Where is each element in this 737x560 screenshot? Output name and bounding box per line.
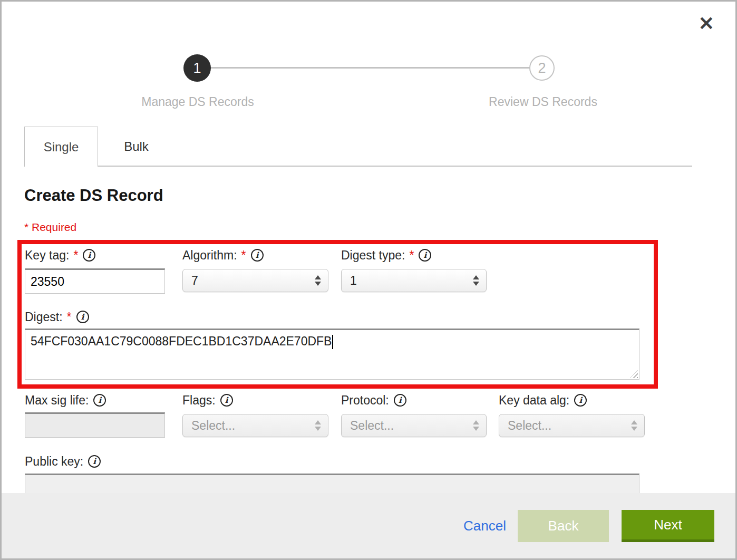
protocol-selected-value: Select... [350, 419, 394, 433]
key-data-alg-label-text: Key data alg: [499, 393, 569, 408]
max-sig-life-label: Max sig life: i [25, 393, 106, 408]
digest-value: 54FCF030AA1C79C0088FDEC1BD1C37DAA2E70DFB [31, 334, 332, 348]
info-icon[interactable]: i [220, 394, 233, 407]
key-data-alg-select[interactable]: Select... [499, 414, 645, 437]
max-sig-life-label-text: Max sig life: [25, 393, 89, 408]
algorithm-label-text: Algorithm: [182, 248, 237, 263]
step-2-circle: 2 [529, 55, 555, 81]
public-key-label-text: Public key: [25, 455, 83, 469]
modal-footer: Cancel Back Next [2, 493, 735, 558]
tab-single[interactable]: Single [24, 127, 98, 167]
flags-select[interactable]: Select... [182, 414, 328, 437]
required-asterisk: * [67, 310, 72, 324]
back-button[interactable]: Back [518, 510, 609, 542]
digest-type-select[interactable]: 1 [341, 269, 487, 292]
info-icon[interactable]: i [574, 394, 587, 407]
info-icon[interactable]: i [394, 394, 406, 407]
algorithm-selected-value: 7 [191, 274, 198, 288]
step-1-circle: 1 [183, 54, 211, 82]
flags-label-text: Flags: [182, 393, 216, 408]
protocol-label-text: Protocol: [341, 393, 389, 408]
digest-textarea[interactable]: 54FCF030AA1C79C0088FDEC1BD1C37DAA2E70DFB [25, 329, 639, 380]
key-data-alg-label: Key data alg: i [499, 393, 587, 408]
close-icon[interactable]: ✕ [699, 14, 714, 33]
digest-label-text: Digest: [25, 310, 63, 324]
select-arrows-icon [473, 275, 479, 286]
page-title: Create DS Record [24, 186, 163, 205]
digest-type-label-text: Digest type: [341, 248, 405, 263]
stepper-connector-line [210, 67, 531, 69]
required-note: * Required [24, 221, 76, 234]
key-tag-label: Key tag: * i [25, 248, 95, 263]
select-arrows-icon [473, 420, 479, 431]
next-button[interactable]: Next [622, 510, 714, 542]
tab-bulk[interactable]: Bulk [98, 127, 174, 167]
info-icon[interactable]: i [419, 249, 431, 262]
max-sig-life-input[interactable] [25, 412, 165, 438]
protocol-label: Protocol: i [341, 393, 406, 408]
step-2-label: Review DS Records [453, 95, 633, 109]
required-asterisk: * [73, 248, 78, 263]
select-arrows-icon [315, 420, 321, 431]
digest-label: Digest: * i [25, 310, 89, 324]
key-data-alg-selected-value: Select... [508, 419, 551, 433]
resize-handle[interactable] [630, 370, 638, 378]
key-tag-input[interactable] [25, 268, 165, 294]
step-1-label: Manage DS Records [108, 95, 287, 109]
public-key-label: Public key: i [25, 454, 101, 469]
digest-type-label: Digest type: * i [341, 248, 431, 263]
info-icon[interactable]: i [93, 394, 106, 407]
text-cursor [332, 335, 333, 349]
info-icon[interactable]: i [251, 249, 264, 262]
select-arrows-icon [315, 275, 321, 286]
cancel-button[interactable]: Cancel [463, 518, 506, 534]
info-icon[interactable]: i [76, 311, 89, 323]
select-arrows-icon [631, 420, 637, 431]
create-ds-record-modal: ✕ 1 2 Manage DS Records Review DS Record… [0, 0, 737, 560]
key-tag-label-text: Key tag: [25, 248, 69, 263]
required-asterisk: * [241, 248, 246, 263]
flags-selected-value: Select... [191, 419, 235, 433]
protocol-select[interactable]: Select... [341, 414, 487, 437]
info-icon[interactable]: i [83, 249, 95, 262]
flags-label: Flags: i [182, 393, 233, 408]
digest-type-selected-value: 1 [350, 274, 357, 288]
info-icon[interactable]: i [88, 455, 101, 468]
required-asterisk: * [409, 248, 414, 263]
algorithm-select[interactable]: 7 [182, 269, 328, 292]
algorithm-label: Algorithm: * i [182, 248, 264, 263]
